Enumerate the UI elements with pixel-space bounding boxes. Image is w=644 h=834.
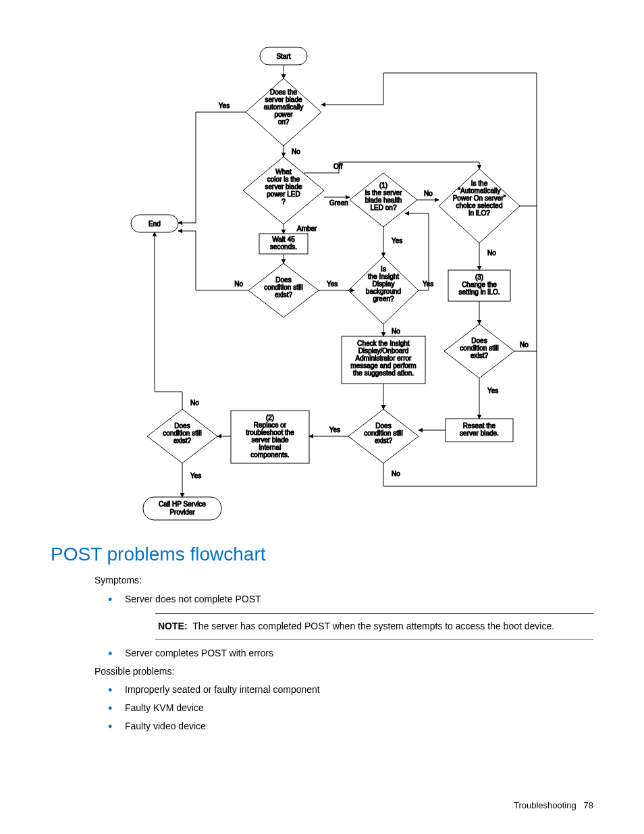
svg-text:No: No	[190, 399, 199, 407]
list-item: Faulty KVM device	[95, 701, 593, 715]
svg-text:No: No	[487, 249, 496, 257]
svg-text:Does theserver bladeautomatica: Does theserver bladeautomaticallypoweron…	[264, 88, 303, 126]
footer-page: 78	[584, 800, 593, 810]
section-heading: POST problems flowchart	[51, 544, 593, 565]
footer-section: Troubleshooting	[514, 800, 576, 810]
list-item: Faulty video device	[95, 719, 593, 733]
possible-label: Possible problems:	[95, 664, 593, 679]
note-label: NOTE:	[158, 621, 190, 631]
svg-text:Yes: Yes	[423, 280, 433, 288]
svg-text:No: No	[424, 190, 433, 197]
svg-text:Yes: Yes	[392, 237, 402, 244]
list-item: Server does not complete POST NOTE: The …	[95, 592, 593, 640]
svg-text:Is the"AutomaticallyPower On s: Is the"AutomaticallyPower On server"choi…	[453, 180, 506, 217]
svg-text:Amber: Amber	[297, 225, 317, 232]
svg-text:End: End	[149, 220, 161, 228]
svg-text:No: No	[234, 280, 243, 288]
svg-text:(1)Is the serverblade healthLE: (1)Is the serverblade healthLED on?	[365, 182, 402, 211]
symptoms-label: Symptoms:	[95, 573, 593, 588]
svg-text:No: No	[392, 328, 400, 335]
svg-text:(2)Replace ortroubleshoot thes: (2)Replace ortroubleshoot theserver blad…	[246, 414, 294, 459]
svg-text:Doescondition stillexist?: Doescondition stillexist?	[163, 422, 201, 444]
note-block: NOTE: The server has completed POST when…	[155, 613, 593, 640]
flowchart-diagram: Start Does theserver bladeautomaticallyp…	[115, 41, 547, 533]
svg-text:No: No	[392, 470, 400, 477]
symptom-list: Server does not complete POST NOTE: The …	[95, 592, 593, 660]
svg-text:Reseat theserver blade.: Reseat theserver blade.	[460, 422, 499, 437]
svg-text:Doescondition stillexist?: Doescondition stillexist?	[264, 276, 302, 298]
svg-text:Doescondition stillexist?: Doescondition stillexist?	[460, 337, 498, 359]
svg-text:Yes: Yes	[327, 280, 338, 288]
svg-text:Check the InsightDisplay/Onboa: Check the InsightDisplay/OnboardAdminist…	[350, 340, 416, 377]
svg-text:Doescondition stillexist?: Doescondition stillexist?	[364, 422, 402, 444]
svg-text:No: No	[292, 148, 300, 155]
svg-text:Yes: Yes	[190, 472, 201, 479]
svg-text:(3)Change thesetting in iLO.: (3)Change thesetting in iLO.	[458, 273, 500, 296]
svg-text:Yes: Yes	[487, 387, 498, 394]
svg-text:No: No	[520, 341, 529, 348]
svg-text:Yes: Yes	[329, 426, 340, 434]
list-item: Server completes POST with errors	[95, 646, 593, 660]
note-text: The server has completed POST when the s…	[192, 621, 554, 631]
node-start: Start	[276, 53, 290, 60]
list-item: Improperly seated or faulty internal com…	[95, 683, 593, 697]
svg-text:Call HP ServiceProvider: Call HP ServiceProvider	[159, 500, 206, 516]
svg-text:Isthe InsightDisplaybackground: Isthe InsightDisplaybackgroundgreen?	[366, 265, 401, 303]
possible-list: Improperly seated or faulty internal com…	[95, 683, 593, 733]
svg-text:Wait 45seconds.: Wait 45seconds.	[270, 236, 297, 251]
svg-text:Green: Green	[329, 199, 348, 207]
svg-text:Yes: Yes	[219, 102, 230, 109]
svg-text:Off: Off	[333, 163, 342, 170]
page-footer: Troubleshooting 78	[514, 800, 593, 810]
svg-text:Whatcolor is theserver bladepo: Whatcolor is theserver bladepower LED?	[265, 168, 302, 205]
